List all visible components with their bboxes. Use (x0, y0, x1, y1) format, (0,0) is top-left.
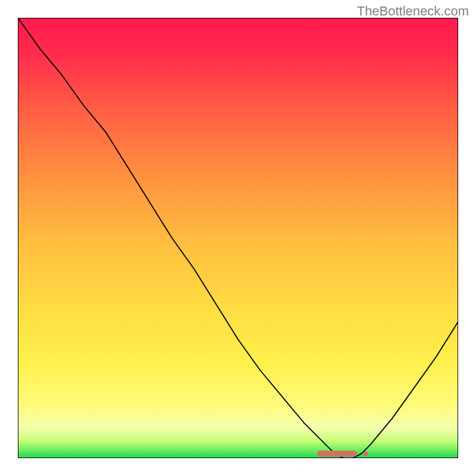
plot-area (18, 18, 458, 458)
watermark-text: TheBottleneck.com (357, 4, 469, 19)
svg-rect-1 (317, 450, 357, 456)
chart-container: TheBottleneck.com (0, 0, 476, 476)
optimal-marker (18, 18, 458, 458)
svg-point-2 (363, 451, 368, 456)
